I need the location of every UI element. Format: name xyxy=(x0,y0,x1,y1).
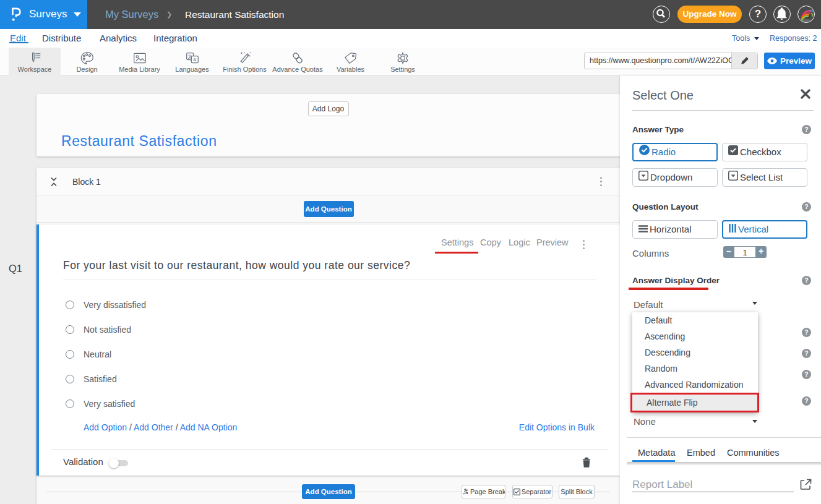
svg-text:文: 文 xyxy=(187,54,192,59)
